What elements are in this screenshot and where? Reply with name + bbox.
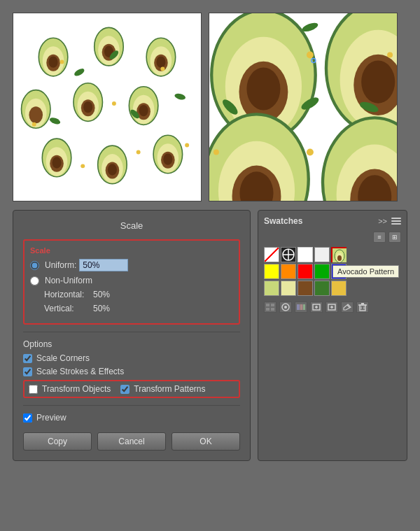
- show-swatch-kinds-icon[interactable]: [264, 302, 276, 313]
- horizontal-row: Horizontal: 50%: [30, 290, 233, 299]
- swatch-options-icon[interactable]: [279, 302, 292, 313]
- svg-point-31: [108, 164, 117, 175]
- svg-rect-81: [266, 304, 270, 306]
- swatch-avocado-pattern[interactable]: Avocado Pattern: [331, 247, 346, 262]
- scale-section-box: Scale Uniform: Non-Uniform Horizontal:: [23, 239, 240, 325]
- transform-patterns-row: Transform Patterns: [120, 384, 205, 394]
- svg-point-46: [80, 164, 85, 168]
- swatch-avocado-green[interactable]: [264, 281, 279, 296]
- divider2: [23, 405, 240, 406]
- copy-button[interactable]: Copy: [23, 432, 92, 451]
- scale-section-label: Scale: [30, 246, 233, 255]
- svg-point-23: [139, 105, 148, 116]
- svg-point-47: [185, 143, 189, 148]
- canvas-area: [0, 0, 420, 210]
- svg-point-80: [337, 255, 342, 261]
- right-canvas: [209, 13, 398, 201]
- swatch-gold[interactable]: [331, 281, 346, 296]
- preview-checkbox[interactable]: [23, 413, 32, 423]
- horizontal-label: Horizontal:: [44, 290, 93, 299]
- nonuniform-label: Non-Uniform: [30, 276, 92, 285]
- delete-swatch-icon[interactable]: [356, 302, 369, 313]
- list-view-button[interactable]: ≡: [373, 232, 386, 243]
- scale-corners-label: Scale Corners: [36, 353, 90, 363]
- cancel-button[interactable]: Cancel: [97, 432, 166, 451]
- left-canvas: [13, 13, 202, 201]
- right-pattern-svg: [209, 13, 397, 201]
- horizontal-value: 50%: [93, 290, 110, 299]
- options-section: Options Scale Corners Scale Strokes & Ef…: [23, 339, 240, 398]
- scale-corners-row: Scale Corners: [23, 353, 240, 363]
- svg-point-56: [361, 60, 395, 103]
- svg-point-71: [387, 52, 393, 58]
- menu-line3: [391, 223, 401, 225]
- swatch-white[interactable]: [298, 247, 313, 262]
- preview-row: Preview: [23, 413, 240, 423]
- swatch-registration[interactable]: [281, 247, 296, 262]
- swatch-green[interactable]: [314, 264, 330, 279]
- svg-point-35: [163, 153, 172, 164]
- preview-label: Preview: [36, 413, 66, 423]
- svg-point-45: [136, 150, 141, 155]
- new-swatch-icon[interactable]: [326, 302, 338, 313]
- svg-point-43: [160, 66, 164, 71]
- bottom-area: Scale Scale Uniform: Non-Uniform: [0, 210, 420, 461]
- uniform-row: Uniform:: [30, 259, 233, 271]
- swatch-none[interactable]: [264, 247, 279, 262]
- grid-view-button[interactable]: ⊞: [388, 232, 401, 243]
- swatch-row-3: [264, 281, 401, 296]
- new-swatch-group-icon[interactable]: [310, 302, 323, 313]
- scale-strokes-row: Scale Strokes & Effects: [23, 367, 240, 376]
- transform-objects-row: Transform Objects: [29, 384, 111, 394]
- panel-title: Swatches: [264, 216, 302, 226]
- buttons-row: Copy Cancel OK: [23, 432, 240, 451]
- transform-patterns-label: Transform Patterns: [134, 384, 205, 394]
- panel-header-right: >>: [378, 217, 401, 225]
- vertical-value: 50%: [93, 304, 110, 313]
- swatch-tooltip: Avocado Pattern: [332, 265, 399, 278]
- svg-rect-83: [266, 308, 270, 311]
- svg-point-44: [32, 122, 36, 127]
- options-label: Options: [23, 339, 240, 349]
- svg-point-70: [307, 149, 314, 156]
- svg-rect-89: [303, 304, 305, 310]
- swatch-orange[interactable]: [281, 264, 296, 279]
- nonuniform-radio[interactable]: [30, 276, 39, 285]
- svg-point-41: [60, 60, 64, 64]
- transform-objects-label: Transform Objects: [42, 384, 111, 394]
- panel-arrows[interactable]: >>: [378, 217, 387, 225]
- uniform-input[interactable]: [79, 259, 128, 271]
- swatch-yellow[interactable]: [264, 264, 279, 279]
- svg-point-15: [29, 106, 43, 123]
- edit-icon[interactable]: [341, 302, 354, 313]
- scale-strokes-label: Scale Strokes & Effects: [36, 367, 124, 376]
- swatch-avocado-light[interactable]: [281, 281, 296, 296]
- left-pattern-svg: [13, 13, 201, 201]
- swatch-lightgray[interactable]: [314, 247, 330, 262]
- swatch-row-1: Avocado Pattern: [264, 247, 401, 262]
- menu-line2: [391, 220, 401, 222]
- panel-menu-icon[interactable]: [391, 218, 401, 225]
- svg-point-72: [214, 150, 219, 155]
- scale-corners-checkbox[interactable]: [23, 354, 32, 363]
- svg-point-27: [52, 157, 61, 168]
- swatch-avocado-brown[interactable]: [298, 281, 313, 296]
- swatches-panel: Swatches >> ≡ ⊞: [258, 210, 407, 461]
- swatch-dark-green[interactable]: [314, 281, 330, 296]
- svg-point-19: [83, 101, 92, 113]
- vertical-label: Vertical:: [44, 304, 93, 313]
- vertical-row: Vertical: 50%: [30, 304, 233, 313]
- svg-point-86: [284, 306, 287, 309]
- ok-button[interactable]: OK: [172, 432, 240, 451]
- svg-point-12: [156, 56, 165, 67]
- uniform-label: Uniform:: [30, 260, 76, 270]
- panel-header: Swatches >>: [264, 216, 401, 226]
- transform-objects-checkbox[interactable]: [29, 385, 38, 394]
- scale-strokes-checkbox[interactable]: [23, 367, 32, 376]
- color-groups-icon[interactable]: [295, 302, 307, 313]
- swatch-red[interactable]: [298, 264, 313, 279]
- svg-rect-88: [300, 304, 303, 310]
- uniform-radio[interactable]: [30, 261, 39, 270]
- nonuniform-row: Non-Uniform: [30, 276, 233, 285]
- transform-patterns-checkbox[interactable]: [120, 385, 130, 394]
